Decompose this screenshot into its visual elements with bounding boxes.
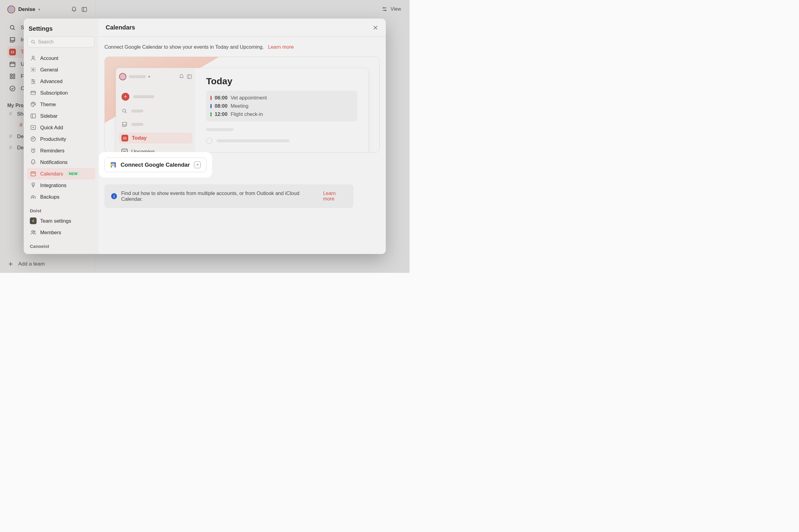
event-label: Flight check-in [231,111,263,117]
preview-title: Today [206,76,357,87]
description: Connect Google Calendar to show your eve… [105,44,380,50]
svg-point-12 [10,86,15,91]
event-time: 12:00 [215,111,228,117]
search-icon [9,24,16,31]
panel-icon [187,74,192,79]
label: General [40,67,58,73]
svg-rect-44 [32,183,34,185]
settings-item-sidebar[interactable]: Sidebar [27,110,95,122]
preview-event: 06:00 Vet appointment [211,94,353,102]
bell-icon[interactable] [70,6,78,13]
button-label: Connect Google Calendar [121,162,190,168]
info-text: Find out how to show events from multipl… [121,190,312,202]
event-label: Meeting [231,103,249,109]
alarm-icon [30,147,37,154]
preview-search [119,106,192,116]
settings-main: Calendars Connect Google Calendar to sho… [98,19,386,254]
svg-rect-33 [31,114,36,118]
label: Reminders [40,148,65,154]
learn-more-link[interactable]: Learn more [268,44,293,50]
chevron-down-icon[interactable]: ▾ [38,7,40,12]
svg-point-45 [32,231,34,232]
svg-point-18 [385,10,385,11]
new-badge: NEW [67,171,79,176]
chart-icon [30,136,37,142]
external-link-icon [194,162,201,168]
user-icon [30,55,37,61]
settings-item-integrations[interactable]: Integrations [27,179,95,191]
skeleton [131,123,143,126]
google-calendar-icon: 31 [110,162,116,168]
settings-item-backups[interactable]: Backups [27,191,95,203]
panel-icon [30,113,37,119]
svg-point-53 [123,109,126,112]
plus-square-icon [30,124,37,131]
label: Add team [40,254,62,254]
svg-rect-11 [13,77,15,79]
section-canoeist: Canoeist [27,238,95,251]
settings-item-theme[interactable]: Theme [27,98,95,110]
settings-item-subscription[interactable]: Subscription [27,87,95,98]
settings-item-advanced[interactable]: Advanced [27,75,95,87]
label: Sidebar [40,113,57,119]
settings-item-notifications[interactable]: Notifications [27,156,95,168]
event-color-dot [211,112,212,116]
svg-line-3 [13,28,15,30]
view-button[interactable]: View [382,6,401,12]
settings-item-general[interactable]: General [27,64,95,75]
svg-text:31: 31 [112,164,114,166]
avatar[interactable] [7,5,15,13]
settings-item-account[interactable]: Account [27,52,95,64]
svg-point-31 [33,103,34,103]
svg-point-22 [33,69,34,71]
settings-item-calendars[interactable]: CalendarsNEW [27,168,95,179]
close-button[interactable] [373,25,379,31]
settings-search-input[interactable] [28,37,95,48]
preview-upcoming: Upcoming [119,147,192,153]
skeleton [133,95,155,98]
svg-point-30 [32,104,33,104]
svg-point-24 [32,79,33,80]
settings-item-quick-add[interactable]: Quick Add [27,122,95,133]
settings-item-reminders[interactable]: Reminders [27,145,95,156]
settings-item-productivity[interactable]: Productivity [27,133,95,145]
panel-icon[interactable] [81,6,88,13]
label: Today [132,135,147,141]
event-color-dot [211,96,212,100]
info-learn-more-link[interactable]: Learn more [323,191,347,202]
label: Advanced [40,78,62,84]
svg-rect-56 [111,163,116,164]
preview-event: 08:00 Meeting [211,102,353,110]
settings-modal: Settings Account General Advanced Subscr… [24,19,386,254]
svg-line-20 [34,43,35,44]
label: Subscription [40,90,68,96]
svg-rect-8 [10,74,12,76]
settings-item-team-settings[interactable]: dTeam settings [27,215,95,227]
check-circle-icon [9,85,16,92]
user-name: Denise [18,6,35,13]
sliders-icon [382,6,388,12]
card-icon [30,90,37,96]
label: Account [40,55,58,61]
bell-icon [30,159,37,166]
event-label: Vet appointment [231,95,267,101]
preview-add: + [119,91,192,103]
svg-point-2 [10,25,14,29]
plus-icon: + [122,93,129,101]
team-icon: d [30,217,37,224]
section-doist: Doist [27,203,95,215]
connect-google-calendar-button[interactable]: 31 Connect Google Calendar [105,157,206,172]
hash-icon: # [9,111,12,117]
add-team-button[interactable]: Add a team [7,261,45,267]
calendar-icon [30,170,37,177]
today-icon: 21 [9,49,16,55]
settings-item-members[interactable]: Members [27,227,95,238]
settings-item-add-team[interactable]: Add team [27,251,95,254]
event-time: 08:00 [215,103,228,109]
label: Integrations [40,183,66,188]
desc-text: Connect Google Calendar to show your eve… [105,44,264,50]
preview-event: 12:00 Flight check-in [211,110,353,118]
svg-rect-40 [31,172,36,176]
inbox-icon [9,37,16,43]
label: Calendars [40,171,63,177]
